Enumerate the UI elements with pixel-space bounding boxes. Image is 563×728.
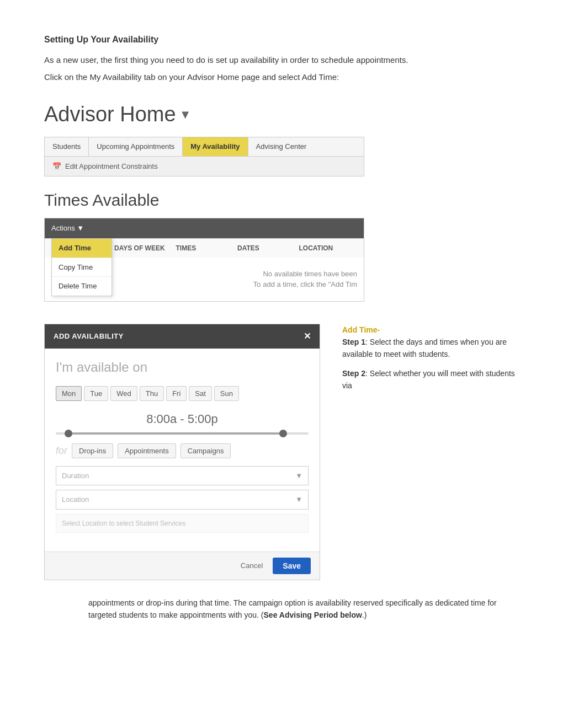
duration-dropdown[interactable]: Duration ▼ [56, 466, 309, 486]
location-dropdown[interactable]: Location ▼ [56, 490, 309, 510]
col-location: LOCATION [296, 243, 358, 253]
day-sat[interactable]: Sat [189, 386, 212, 401]
duration-placeholder: Duration [62, 470, 89, 481]
step2-text: : Select whether you will meet with stud… [342, 369, 515, 390]
actions-header: Actions ▼ Add Time Copy Time Delete Time [45, 218, 364, 238]
slider-thumb-right[interactable] [279, 430, 287, 437]
intro-text-1: As a new user, the first thing you need … [44, 54, 519, 67]
time-range-display: 8:00a - 5:00p [56, 410, 309, 428]
student-services-placeholder: Select Location to select Student Servic… [56, 514, 309, 533]
day-mon[interactable]: Mon [56, 386, 82, 401]
time-slider[interactable] [56, 432, 309, 435]
modal-section: ADD AVAILABILITY ✕ I'm available on Mon … [44, 324, 519, 580]
step1-text: : Select the days and times when you are… [342, 338, 507, 358]
actions-arrow: ▼ [77, 224, 84, 232]
add-time-link: Add Time- [342, 324, 519, 336]
day-tue[interactable]: Tue [84, 386, 108, 401]
for-appointments[interactable]: Appointments [118, 443, 176, 458]
advisor-home-title-text: Advisor Home [44, 99, 176, 130]
duration-caret: ▼ [295, 470, 302, 481]
times-available-title: Times Available [44, 188, 519, 212]
col-days: DAYS OF WEEK [111, 243, 173, 253]
tab-upcoming-appointments[interactable]: Upcoming Appointments [89, 137, 183, 156]
advisor-home-section: Advisor Home ▼ Students Upcoming Appoint… [44, 99, 519, 302]
calendar-icon: 📅 [52, 161, 61, 172]
modal-header-title: ADD AVAILABILITY [54, 331, 124, 342]
tab-advising-center[interactable]: Advising Center [248, 137, 315, 156]
tab-students[interactable]: Students [45, 137, 89, 156]
bottom-bold-text: See Advising Period below [264, 611, 362, 619]
location-caret: ▼ [295, 494, 302, 505]
modal-body: I'm available on Mon Tue Wed Thu Fri Sat… [45, 349, 320, 546]
intro-text-2: Click on the My Availability tab on your… [44, 71, 519, 84]
modal-subtitle: I'm available on [56, 357, 309, 377]
instructions-panel: Add Time- Step 1: Select the days and ti… [342, 324, 519, 399]
actions-label: Actions [51, 224, 75, 232]
day-buttons: Mon Tue Wed Thu Fri Sat Sun [56, 386, 309, 401]
day-thu[interactable]: Thu [140, 386, 164, 401]
delete-time-menu-item[interactable]: Delete Time [52, 277, 111, 296]
for-campaigns[interactable]: Campaigns [180, 443, 231, 458]
actions-menu: Add Time Copy Time Delete Time [51, 238, 112, 296]
add-time-menu-item[interactable]: Add Time [52, 239, 111, 258]
for-dropins[interactable]: Drop-ins [72, 443, 113, 458]
cancel-button[interactable]: Cancel [235, 559, 268, 572]
add-availability-modal: ADD AVAILABILITY ✕ I'm available on Mon … [44, 324, 320, 580]
tabs-bar: Students Upcoming Appointments My Availa… [44, 137, 364, 157]
for-label: for [56, 443, 67, 458]
modal-close-button[interactable]: ✕ [304, 330, 311, 343]
edit-constraints-label: Edit Appointment Constraints [65, 161, 158, 172]
modal-header: ADD AVAILABILITY ✕ [45, 324, 320, 349]
day-wed[interactable]: Wed [110, 386, 137, 401]
save-button[interactable]: Save [273, 558, 311, 574]
step2-label: Step 2 [342, 369, 365, 378]
step2-block: Step 2: Select whether you will meet wit… [342, 367, 519, 392]
col-times: TIMES [173, 243, 235, 253]
modal-footer: Cancel Save [45, 552, 320, 580]
bottom-end-text: .) [362, 611, 367, 619]
actions-container: Actions ▼ Add Time Copy Time Delete Time… [44, 218, 364, 302]
col-dates: DATES [234, 243, 296, 253]
edit-constraints-bar[interactable]: 📅 Edit Appointment Constraints [44, 157, 364, 177]
time-slider-track [68, 432, 283, 435]
day-fri[interactable]: Fri [166, 386, 187, 401]
copy-time-menu-item[interactable]: Copy Time [52, 258, 111, 277]
for-row: for Drop-ins Appointments Campaigns [56, 443, 309, 458]
title-dropdown-arrow[interactable]: ▼ [179, 105, 192, 124]
slider-thumb-left[interactable] [65, 430, 72, 437]
location-placeholder: Location [62, 494, 89, 505]
advisor-home-title: Advisor Home ▼ [44, 99, 519, 130]
step1-block: Step 1: Select the days and times when y… [342, 336, 519, 361]
step1-label: Step 1 [342, 338, 365, 346]
day-sun[interactable]: Sun [214, 386, 239, 401]
actions-dropdown[interactable]: Actions ▼ Add Time Copy Time Delete Time [51, 223, 84, 234]
page-heading: Setting Up Your Availability [44, 33, 519, 46]
tab-my-availability[interactable]: My Availability [183, 137, 248, 156]
bottom-paragraph: appointments or drop-ins during that tim… [44, 597, 519, 622]
